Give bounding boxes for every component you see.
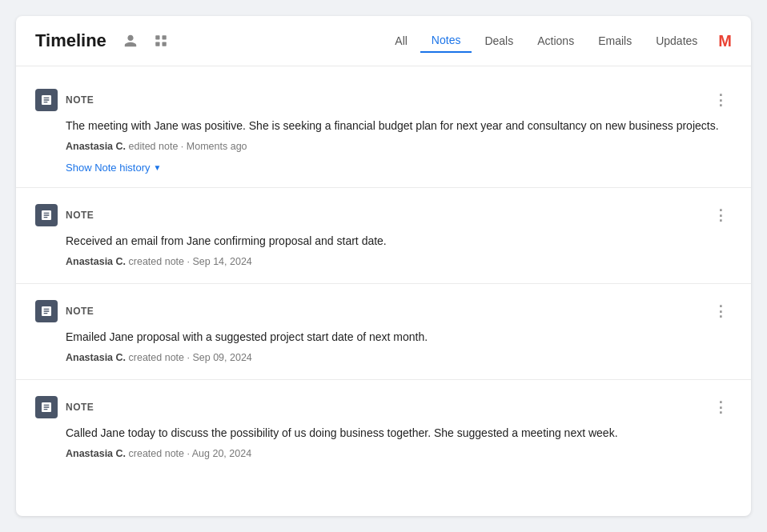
note-meta-1: Anastasia C. edited note · Moments ago (66, 141, 732, 152)
note-action-2: created note · (129, 256, 193, 267)
nav-tabs: All Notes Deals Actions Emails Updates M (384, 29, 732, 53)
timeline-card: Timeline All Notes Deals Actions Emails … (16, 16, 751, 516)
note-menu-button-2[interactable]: ⋮ (709, 204, 732, 226)
note-author-1: Anastasia C. (66, 141, 126, 152)
note-header-1: NOTE ⋮ (35, 89, 732, 111)
tab-actions[interactable]: Actions (526, 30, 585, 52)
note-body-1: The meeting with Jane was positive. She … (66, 118, 732, 134)
note-body-4: Called Jane today to discuss the possibi… (66, 425, 732, 442)
note-time-4: Aug 20, 2024 (192, 448, 251, 459)
notes-list: NOTE ⋮ The meeting with Jane was positiv… (16, 66, 751, 482)
person-icon[interactable] (119, 30, 142, 52)
note-body-2: Received an email from Jane confirming p… (66, 233, 732, 250)
note-menu-button-3[interactable]: ⋮ (709, 300, 732, 322)
svg-rect-2 (155, 42, 159, 46)
note-action-3: created note · (129, 352, 193, 363)
note-entry-2: NOTE ⋮ Received an email from Jane confi… (16, 188, 751, 284)
note-menu-button-4[interactable]: ⋮ (709, 396, 732, 418)
note-meta-4: Anastasia C. created note · Aug 20, 2024 (66, 448, 732, 459)
note-menu-button-1[interactable]: ⋮ (709, 89, 732, 111)
note-body-3: Emailed Jane proposal with a suggested p… (66, 329, 732, 346)
note-icon-2 (35, 204, 58, 226)
note-time-2: Sep 14, 2024 (192, 256, 251, 267)
note-action-4: created note · (129, 448, 192, 459)
note-meta-2: Anastasia C. created note · Sep 14, 2024 (66, 256, 732, 267)
note-label-3: NOTE (66, 306, 94, 317)
note-label-1: NOTE (66, 94, 94, 106)
note-meta-3: Anastasia C. created note · Sep 09, 2024 (66, 352, 732, 363)
note-entry-1: NOTE ⋮ The meeting with Jane was positiv… (16, 73, 751, 188)
tab-all[interactable]: All (384, 30, 419, 52)
note-action-1: edited note · (129, 141, 187, 152)
show-history-label-1: Show Note history (66, 162, 151, 174)
dashboard-icon[interactable] (150, 30, 172, 52)
note-header-2: NOTE ⋮ (35, 204, 732, 226)
svg-rect-0 (155, 35, 159, 39)
note-icon-4 (35, 396, 58, 418)
note-time-1: Moments ago (187, 141, 247, 152)
tab-deals[interactable]: Deals (473, 30, 524, 52)
note-icon-3 (35, 300, 58, 322)
note-author-2: Anastasia C. (66, 256, 126, 267)
show-history-button-1[interactable]: Show Note history ▼ (66, 162, 161, 174)
page-title: Timeline (35, 30, 106, 51)
note-author-3: Anastasia C. (66, 352, 126, 363)
note-icon-1 (35, 89, 58, 111)
header: Timeline All Notes Deals Actions Emails … (16, 16, 751, 66)
note-label-4: NOTE (66, 402, 94, 413)
tab-updates[interactable]: Updates (645, 30, 709, 52)
tab-emails[interactable]: Emails (587, 30, 643, 52)
gmail-icon[interactable]: M (718, 32, 732, 50)
note-header-4: NOTE ⋮ (35, 396, 732, 418)
svg-rect-3 (162, 42, 166, 46)
note-time-3: Sep 09, 2024 (192, 352, 251, 363)
note-entry-3: NOTE ⋮ Emailed Jane proposal with a sugg… (16, 284, 751, 380)
note-header-3: NOTE ⋮ (35, 300, 732, 322)
note-author-4: Anastasia C. (66, 448, 126, 459)
svg-rect-1 (162, 35, 166, 39)
note-entry-4: NOTE ⋮ Called Jane today to discuss the … (16, 380, 751, 475)
chevron-down-icon-1: ▼ (154, 163, 162, 172)
tab-notes[interactable]: Notes (420, 29, 472, 53)
note-label-2: NOTE (66, 210, 94, 221)
